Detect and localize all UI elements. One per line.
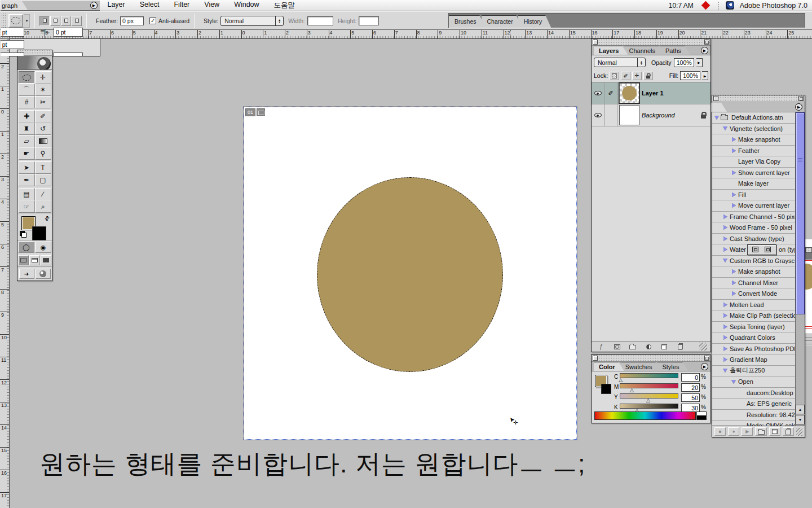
action-row[interactable]: Resolution: 98.425 ... [712,410,795,421]
close-box[interactable] [593,40,598,45]
action-row[interactable]: Make Clip Path (selectio... [712,310,795,322]
indent-first-line-input[interactable]: 0 pt [0,40,24,49]
layer-style-button[interactable]: ƒ [595,343,607,351]
slider-marker[interactable]: △ [630,388,634,393]
disclosure-closed-icon[interactable] [722,214,729,219]
spectrum-end-swatches[interactable] [696,411,707,420]
color-spectrum-bar[interactable] [594,411,696,420]
default-colors-icon[interactable] [20,231,27,238]
layers-drag-bar[interactable] [592,39,710,46]
action-row[interactable]: Frame Channel - 50 pixel [712,212,795,223]
feather-input[interactable]: 0 px [120,16,144,25]
active-layer-indicator[interactable] [604,104,617,126]
background-color-swatch[interactable] [32,226,46,240]
tab-color[interactable]: Color [594,362,624,371]
slider-bar-wrap[interactable]: △ [620,393,678,404]
lock-paint-button[interactable]: ✐ [621,72,630,80]
action-row[interactable]: Feather [712,146,795,157]
slice-tool[interactable]: ✂ [35,96,51,108]
adjustment-layer-button[interactable] [642,343,655,351]
layer-set-button[interactable] [626,343,639,351]
windowshade-box[interactable] [704,356,709,361]
subtract-from-selection-button[interactable] [61,16,71,26]
type-tool[interactable]: T [35,161,51,174]
action-row[interactable]: Make snapshot [712,134,795,146]
floating-mini-window[interactable] [747,244,776,255]
action-row[interactable]: Quadrant Colors [712,332,795,344]
background-color-swatch[interactable] [601,384,611,394]
dodge-tool[interactable]: ⚲ [35,147,51,160]
custom-shape-tool[interactable]: ▢ [35,174,51,186]
delete-button[interactable] [783,427,794,436]
intersect-selection-button[interactable] [72,16,82,26]
action-row[interactable]: Show current layer [712,168,795,179]
visibility-toggle[interactable] [592,104,604,126]
new-selection-button[interactable] [39,16,50,26]
tab-paragraph[interactable]: graph [1,1,28,10]
disclosure-closed-icon[interactable] [730,148,737,153]
disclosure-closed-icon[interactable] [722,357,729,362]
action-row[interactable]: Custom RGB to Graysc... [712,256,795,267]
disclosure-open-icon[interactable] [713,116,720,120]
lock-all-button[interactable] [643,72,653,80]
scroll-down-button[interactable]: ▼ [796,415,805,424]
action-row[interactable]: Channel Mixer [712,278,795,289]
disclosure-closed-icon[interactable] [722,313,729,318]
photoshop-banner[interactable] [17,56,52,70]
well-tab-history[interactable]: History [518,15,551,28]
disclosure-closed-icon[interactable] [722,335,729,340]
scrollbar-thumb[interactable] [796,112,805,314]
layer-name[interactable]: Background [642,112,675,119]
layer-row[interactable]: ✐Layer 1 [592,82,710,104]
action-row[interactable]: 출력티프250 [712,366,795,377]
menu-item-layer[interactable]: Layer [107,1,125,10]
opacity-value[interactable]: 100% [674,58,694,67]
anti-aliased-checkbox[interactable]: ✓ [149,17,156,24]
clone-stamp-tool[interactable]: ♜ [19,122,35,135]
menu-item-view[interactable]: View [204,1,219,10]
smudge-tool[interactable]: ☛ [19,147,35,160]
swap-colors-icon[interactable]: ⇄ [43,214,51,222]
lock-transparency-button[interactable] [610,72,619,80]
slider-gradient-bar[interactable] [620,373,678,378]
new-set-button[interactable] [755,427,766,436]
blend-mode-select[interactable]: Normal ▲▼ [594,58,646,67]
action-row[interactable]: Molten Lead [712,300,795,311]
lasso-tool[interactable]: ⌒ [19,84,35,96]
well-tab-brushes[interactable]: Brushes [449,15,486,28]
action-row[interactable]: Save As Photoshop PDF [712,344,795,355]
fullscreen-menubar-button[interactable] [29,255,40,265]
disclosure-open-icon[interactable] [722,259,729,262]
imageready-logo-icon[interactable] [36,269,51,279]
action-row[interactable]: Convert Mode [712,288,795,300]
action-row[interactable]: Mode: CMYK color [712,421,795,426]
move-tool[interactable]: ✛ [35,71,51,84]
action-row[interactable]: daucom:Desktop Fold... [712,388,795,399]
stepper-icon[interactable]: ▲▼ [637,58,645,67]
history-brush-tool[interactable]: ↺ [35,122,51,135]
height-input[interactable] [359,16,379,25]
tool-preset-button[interactable] [8,14,23,28]
magic-wand-tool[interactable]: ✶ [35,84,51,96]
action-row[interactable]: Vignette (selection) [712,124,795,135]
photoshop-app-icon[interactable] [726,1,734,10]
disclosure-closed-icon[interactable] [722,303,729,307]
action-row[interactable]: As: EPS generic [712,398,795,410]
disclosure-open-icon[interactable] [722,126,729,130]
healing-brush-tool[interactable]: ✚ [19,110,35,122]
indent-left-input[interactable]: 0 pt [0,28,24,37]
tab-paths[interactable]: Paths [660,46,690,55]
layer-mask-button[interactable] [611,343,623,351]
standard-mode-button[interactable]: ◯ [18,242,34,253]
slider-marker[interactable]: △ [619,378,623,383]
action-row[interactable]: Sepia Toning (layer) [712,322,795,333]
new-action-button[interactable] [769,427,780,436]
indent-right-input[interactable]: 0 pt [54,28,83,37]
paragraph-menu-button[interactable]: ▶ [90,2,98,9]
close-box[interactable] [713,96,718,101]
visibility-toggle[interactable] [592,82,604,104]
style-select[interactable]: Normal ▲▼ [220,16,284,26]
standard-screen-button[interactable] [18,255,29,265]
active-layer-indicator[interactable]: ✐ [604,82,617,104]
disclosure-closed-icon[interactable] [730,203,737,208]
